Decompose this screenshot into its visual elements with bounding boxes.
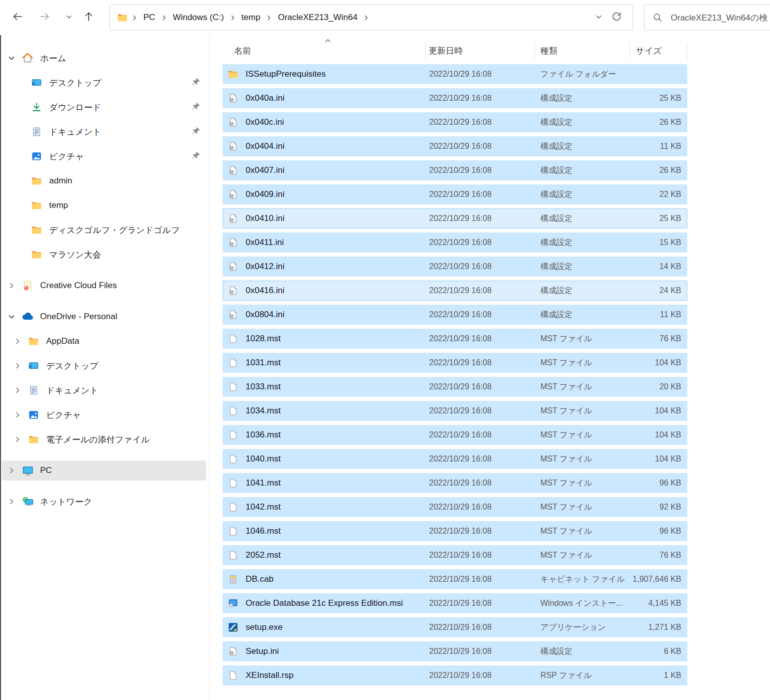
chevron-right-icon[interactable]: [12, 362, 23, 370]
file-type: MST ファイル: [535, 382, 630, 392]
refresh-icon: [611, 11, 622, 24]
file-row[interactable]: 0x0804.ini2022/10/29 16:08構成設定11 KB: [223, 305, 687, 325]
column-header-size[interactable]: サイズ: [630, 42, 687, 59]
file-row[interactable]: 1034.mst2022/10/29 16:08MST ファイル104 KB: [223, 401, 687, 421]
address-bar[interactable]: PC Windows (C:) temp OracleXE213_Win64: [109, 5, 633, 31]
file-row[interactable]: 1046.mst2022/10/29 16:08MST ファイル96 KB: [223, 521, 687, 541]
sidebar-item-onedrive[interactable]: OneDrive - Personal: [2, 307, 206, 327]
sidebar-item-label: ドキュメント: [46, 385, 98, 396]
sidebar-item-pictures-quick[interactable]: ピクチャ: [2, 146, 206, 166]
forward-button[interactable]: [34, 7, 55, 28]
refresh-button[interactable]: [608, 9, 626, 27]
file-name-cell: 0x0804.ini: [223, 309, 426, 320]
file-name: 0x0404.ini: [246, 141, 285, 151]
mst-icon: [227, 550, 239, 561]
file-date-modified: 2022/10/29 16:08: [426, 575, 535, 584]
sidebar-item-disc-golf[interactable]: ディスクゴルフ・グランドゴルフ: [2, 220, 206, 240]
breadcrumb-segment-pc[interactable]: PC: [139, 11, 159, 25]
sidebar-item-documents-quick[interactable]: ドキュメント: [2, 122, 206, 142]
file-name-cell: 1033.mst: [223, 381, 426, 392]
up-arrow-icon: [83, 11, 95, 25]
file-name: 0x0804.ini: [246, 310, 285, 320]
chevron-down-icon[interactable]: [6, 54, 17, 62]
pin-icon: [191, 77, 201, 89]
ini-icon: [227, 93, 239, 104]
file-name: 1042.mst: [246, 502, 281, 512]
sidebar-item-email-attachments[interactable]: 電子メールの添付ファイル: [2, 429, 206, 449]
search-box[interactable]: [644, 5, 770, 31]
file-type: 構成設定: [535, 165, 630, 176]
column-header-type[interactable]: 種類: [535, 42, 630, 59]
desktop-icon: [26, 360, 41, 371]
breadcrumb-segment-oraclexe213[interactable]: OracleXE213_Win64: [274, 11, 361, 25]
recent-locations-button[interactable]: [58, 7, 79, 28]
chevron-down-icon[interactable]: [6, 313, 17, 321]
file-row[interactable]: 0x0409.ini2022/10/29 16:08構成設定22 KB: [223, 184, 687, 204]
breadcrumb-segment-drive-c[interactable]: Windows (C:): [169, 11, 228, 25]
file-row[interactable]: 0x0410.ini2022/10/29 16:08構成設定25 KB: [223, 208, 687, 228]
chevron-right-icon[interactable]: [12, 435, 23, 443]
column-header-date-modified[interactable]: 更新日時: [426, 42, 535, 59]
file-row[interactable]: setup.exe2022/10/29 16:08アプリケーション1,271 K…: [223, 617, 687, 637]
sidebar-item-pictures-onedrive[interactable]: ピクチャ: [2, 405, 206, 425]
file-row[interactable]: Setup.ini2022/10/29 16:08構成設定6 KB: [223, 641, 687, 661]
breadcrumb-segment-temp[interactable]: temp: [238, 11, 265, 25]
sidebar-item-appdata[interactable]: AppData: [2, 331, 206, 351]
file-row[interactable]: ISSetupPrerequisites2022/10/29 16:08ファイル…: [223, 64, 687, 84]
file-size: 104 KB: [630, 358, 687, 367]
sidebar-item-desktop-onedrive[interactable]: デスクトップ: [2, 356, 206, 376]
search-input[interactable]: [671, 13, 770, 23]
cab-icon: [227, 574, 239, 585]
file-row[interactable]: XEInstall.rsp2022/10/29 16:08RSP ファイル1 K…: [223, 665, 687, 685]
file-row[interactable]: 1042.mst2022/10/29 16:08MST ファイル92 KB: [223, 497, 687, 517]
file-row[interactable]: 1036.mst2022/10/29 16:08MST ファイル104 KB: [223, 425, 687, 445]
chevron-right-icon[interactable]: [12, 337, 23, 345]
chevron-right-icon[interactable]: [6, 282, 17, 290]
file-row[interactable]: 1041.mst2022/10/29 16:08MST ファイル96 KB: [223, 473, 687, 493]
up-button[interactable]: [78, 7, 99, 28]
sidebar-item-creative-cloud[interactable]: Creative Cloud Files: [2, 276, 206, 296]
file-row[interactable]: 1033.mst2022/10/29 16:08MST ファイル20 KB: [223, 377, 687, 397]
file-row[interactable]: 0x0404.ini2022/10/29 16:08構成設定11 KB: [223, 136, 687, 156]
chevron-right-icon[interactable]: [12, 411, 23, 419]
file-row[interactable]: Oracle Database 21c Express Edition.msi2…: [223, 593, 687, 613]
ini-icon: [227, 117, 239, 128]
file-date-modified: 2022/10/29 16:08: [426, 310, 535, 319]
sidebar-item-marathon[interactable]: マラソン大会: [2, 245, 206, 265]
chevron-right-icon[interactable]: [6, 466, 17, 475]
file-row[interactable]: DB.cab2022/10/29 16:08キャビネット ファイル1,907,6…: [223, 569, 687, 589]
file-row[interactable]: 1040.mst2022/10/29 16:08MST ファイル104 KB: [223, 449, 687, 469]
chevron-right-icon[interactable]: [6, 498, 17, 506]
sidebar-item-desktop-quick[interactable]: デスクトップ: [2, 73, 206, 93]
file-row[interactable]: 0x0412.ini2022/10/29 16:08構成設定14 KB: [223, 257, 687, 277]
file-name: XEInstall.rsp: [246, 670, 293, 680]
file-row[interactable]: 0x040c.ini2022/10/29 16:08構成設定26 KB: [223, 112, 687, 132]
file-row[interactable]: 0x0411.ini2022/10/29 16:08構成設定15 KB: [223, 232, 687, 253]
file-row[interactable]: 1028.mst2022/10/29 16:08MST ファイル76 KB: [223, 329, 687, 349]
home-icon: [20, 52, 35, 64]
sidebar-item-home[interactable]: ホーム: [2, 48, 206, 68]
file-row[interactable]: 0x0416.ini2022/10/29 16:08構成設定24 KB: [223, 281, 687, 301]
chevron-right-icon[interactable]: [12, 386, 23, 394]
file-date-modified: 2022/10/29 16:08: [426, 430, 535, 439]
sidebar-item-admin[interactable]: admin: [2, 171, 206, 191]
file-row[interactable]: 0x0407.ini2022/10/29 16:08構成設定26 KB: [223, 160, 687, 180]
file-row[interactable]: 2052.mst2022/10/29 16:08MST ファイル76 KB: [223, 545, 687, 565]
current-folder-icon: [117, 12, 128, 23]
sidebar-item-documents-onedrive[interactable]: ドキュメント: [2, 380, 206, 400]
file-row[interactable]: 0x040a.ini2022/10/29 16:08構成設定25 KB: [223, 88, 687, 108]
sidebar-item-pc[interactable]: PC: [2, 460, 206, 481]
file-name-cell: 2052.mst: [223, 550, 426, 561]
file-name-cell: 1028.mst: [223, 333, 426, 344]
file-rows: ISSetupPrerequisites2022/10/29 16:08ファイル…: [223, 64, 687, 689]
file-size: 92 KB: [630, 503, 687, 512]
sidebar-item-network[interactable]: ネットワーク: [2, 492, 206, 512]
sidebar-item-downloads[interactable]: ダウンロード: [2, 97, 206, 117]
sidebar-item-temp[interactable]: temp: [2, 195, 206, 215]
back-button[interactable]: [7, 7, 28, 28]
file-type: 構成設定: [535, 286, 630, 296]
address-dropdown-button[interactable]: [590, 9, 608, 27]
desktop-icon: [29, 77, 44, 88]
file-row[interactable]: 1031.mst2022/10/29 16:08MST ファイル104 KB: [223, 353, 687, 373]
file-name: 0x040c.ini: [246, 117, 284, 127]
